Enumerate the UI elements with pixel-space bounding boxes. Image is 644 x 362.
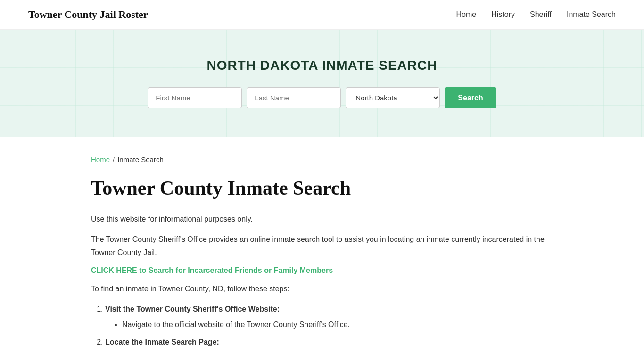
breadcrumb: Home / Inmate Search — [91, 156, 553, 164]
first-name-input[interactable] — [148, 87, 242, 108]
nav-history[interactable]: History — [491, 10, 515, 19]
step-2: Locate the Inmate Search Page: — [105, 336, 553, 348]
last-name-input[interactable] — [247, 87, 341, 108]
breadcrumb-home[interactable]: Home — [91, 156, 110, 164]
main-nav: Home History Sheriff Inmate Search — [456, 10, 616, 19]
hero-section: NORTH DAKOTA INMATE SEARCH North Dakota … — [0, 30, 644, 137]
breadcrumb-current: Inmate Search — [117, 156, 164, 164]
main-content: Home / Inmate Search Towner County Inmat… — [63, 137, 581, 362]
step-2-label: Locate the Inmate Search Page: — [105, 338, 219, 346]
steps-intro: To find an inmate in Towner County, ND, … — [91, 282, 553, 295]
nav-inmate-search[interactable]: Inmate Search — [567, 10, 616, 19]
hero-title: NORTH DAKOTA INMATE SEARCH — [9, 58, 635, 73]
state-select[interactable]: North Dakota Alabama Alaska Arizona Arka… — [346, 87, 440, 108]
nav-home[interactable]: Home — [456, 10, 477, 19]
step-1-sub: Navigate to the official website of the … — [122, 318, 553, 331]
nav-sheriff[interactable]: Sheriff — [530, 10, 552, 19]
intro-paragraph-2: The Towner County Sheriff's Office provi… — [91, 233, 553, 258]
step-1-label: Visit the Towner County Sheriff's Office… — [105, 305, 280, 313]
search-link[interactable]: CLICK HERE to Search for Incarcerated Fr… — [91, 266, 333, 275]
step-1-sub-1: Navigate to the official website of the … — [122, 318, 553, 331]
steps-list: Visit the Towner County Sheriff's Office… — [105, 303, 553, 349]
intro-paragraph-1: Use this website for informational purpo… — [91, 213, 553, 225]
step-1: Visit the Towner County Sheriff's Office… — [105, 303, 553, 331]
page-heading: Towner County Inmate Search — [91, 177, 553, 199]
breadcrumb-separator: / — [113, 156, 115, 164]
search-button[interactable]: Search — [445, 87, 496, 108]
site-title: Towner County Jail Roster — [28, 8, 148, 21]
search-form: North Dakota Alabama Alaska Arizona Arka… — [9, 87, 635, 108]
